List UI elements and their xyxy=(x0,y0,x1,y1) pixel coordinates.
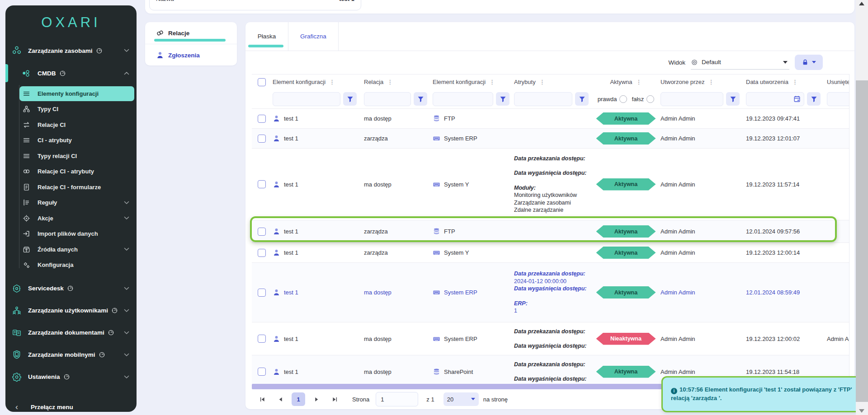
filter-funnel-button[interactable] xyxy=(414,92,427,106)
lock-view-button[interactable] xyxy=(795,55,823,70)
sidebar-item-źródła-danych[interactable]: Źródła danych xyxy=(5,242,137,257)
select-all-checkbox[interactable] xyxy=(258,78,266,86)
table-row[interactable]: test 1ma dostępSystem ERPData przekazani… xyxy=(252,322,849,355)
person-icon xyxy=(156,51,164,59)
panel-item-relacje[interactable]: Relacje xyxy=(145,22,237,44)
column-menu-icon[interactable]: ⋮ xyxy=(636,79,642,85)
table-row[interactable]: test 1ma dostępFTPAktywnaAdmin Admin19.1… xyxy=(252,109,849,129)
table-row[interactable]: test 1zarządzaSystem YAktywnaAdmin Admin… xyxy=(252,243,849,263)
row-checkbox[interactable] xyxy=(258,135,266,143)
chevron-down-icon[interactable] xyxy=(124,375,129,379)
row-checkbox[interactable] xyxy=(258,115,266,123)
filter-input[interactable] xyxy=(827,92,849,106)
sidebar-item-typy-relacji-ci[interactable]: Typy relacji CI xyxy=(5,148,137,164)
column-header[interactable]: Aktywna⋮ xyxy=(593,75,659,89)
row-checkbox[interactable] xyxy=(258,289,266,297)
column-menu-icon[interactable]: ⋮ xyxy=(792,79,798,85)
scroll-down-arrow[interactable] xyxy=(859,409,864,413)
sidebar-item-relacje-ci-atrybuty[interactable]: Relacje CI - atrybuty xyxy=(5,164,137,180)
column-header[interactable]: Utworzone przez⋮ xyxy=(659,75,744,89)
last-page-button[interactable] xyxy=(328,392,341,406)
filter-funnel-button[interactable] xyxy=(343,92,357,106)
table-row[interactable]: test 1ma dostępSystem YData przekazania … xyxy=(252,149,849,220)
chevron-down-icon xyxy=(471,398,475,401)
scroll-up-arrow[interactable] xyxy=(859,2,864,5)
chevron-down-icon[interactable] xyxy=(124,331,129,335)
table-row[interactable]: test 1zarządzaSystem ERPAktywnaAdmin Adm… xyxy=(252,129,849,149)
chevron-down-icon[interactable] xyxy=(124,247,129,251)
row-checkbox[interactable] xyxy=(258,249,266,257)
column-header[interactable]: Element konfiguracji⋮ xyxy=(272,75,361,89)
sidebar-item-ci-atrybuty[interactable]: CI - atrybuty xyxy=(5,133,137,149)
column-header[interactable]: Atrybuty⋮ xyxy=(514,75,593,89)
sidebar-item-zarządzanie-dokumentami[interactable]: Zarządzanie dokumentami xyxy=(5,322,137,344)
column-header[interactable]: Data utworzenia⋮ xyxy=(744,75,825,89)
next-page-button[interactable] xyxy=(310,392,323,406)
column-header[interactable]: Usunięte⋮ xyxy=(825,75,849,89)
vertical-scrollbar[interactable] xyxy=(856,0,868,415)
filter-funnel-button[interactable] xyxy=(496,92,509,106)
chevron-down-icon[interactable] xyxy=(124,309,129,312)
row-checkbox[interactable] xyxy=(258,228,266,236)
column-menu-icon[interactable]: ⋮ xyxy=(539,79,545,85)
column-menu-icon[interactable]: ⋮ xyxy=(708,79,714,85)
sidebar-item-typy-ci[interactable]: Typy CI xyxy=(5,102,137,117)
name-field[interactable]: Nazwa test 1 xyxy=(149,0,361,10)
column-menu-icon[interactable]: ⋮ xyxy=(387,79,393,85)
filter-funnel-button[interactable] xyxy=(726,92,740,106)
column-menu-icon[interactable]: ⋮ xyxy=(329,79,335,85)
row-element-name: test 1 xyxy=(284,228,298,235)
panel-item-zgloszenia[interactable]: Zgłoszenia xyxy=(145,44,237,66)
calendar-icon[interactable] xyxy=(793,95,801,103)
row-checkbox[interactable] xyxy=(258,335,266,343)
sidebar-item-relacje-ci-formularze[interactable]: Relacje CI - formularze xyxy=(5,179,137,195)
sidebar-item-akcje[interactable]: Akcje xyxy=(5,210,137,226)
row-checkbox[interactable] xyxy=(258,180,266,188)
scrollbar-thumb[interactable] xyxy=(856,80,868,402)
filter-input[interactable] xyxy=(514,92,572,106)
chevron-down-icon[interactable] xyxy=(124,287,129,290)
chevron-down-icon[interactable] xyxy=(124,49,129,52)
filter-input[interactable] xyxy=(364,92,411,106)
view-select-dropdown[interactable]: Default xyxy=(691,56,789,70)
sidebar-item-servicedesk[interactable]: Servicedesk xyxy=(5,277,137,299)
filter-input[interactable] xyxy=(660,92,723,106)
chevron-down-icon[interactable] xyxy=(124,216,129,220)
sidebar-item-konfiguracja[interactable]: Konfiguracja xyxy=(5,257,137,273)
per-page-select[interactable]: 20 xyxy=(443,392,479,406)
filter-input[interactable] xyxy=(433,92,493,106)
sidebar-item-relacje-ci[interactable]: Relacje CI xyxy=(5,117,137,133)
table-row-highlighted[interactable]: test 1zarządzaFTPAktywnaAdmin Admin12.01… xyxy=(252,220,849,243)
tab-graficzna[interactable]: Graficzna xyxy=(288,22,339,51)
table-row[interactable]: test 1ma dostępSystem ERPData przekazani… xyxy=(252,263,849,322)
chevron-up-icon[interactable] xyxy=(124,71,129,75)
row-created-by: Admin Admin xyxy=(660,336,695,342)
notification-toast[interactable]: i10:57:56 Element konfiguracji 'test 1' … xyxy=(661,376,868,412)
sidebar-toggle-menu[interactable]: ‹ Przełącz menu xyxy=(5,398,137,412)
first-page-button[interactable] xyxy=(255,392,269,406)
chevron-down-icon[interactable] xyxy=(124,201,129,205)
sidebar-item-zarządzanie-mobilnymi[interactable]: Zarządzanie mobilnymi xyxy=(5,344,137,366)
sidebar-item-reguły[interactable]: Reguły xyxy=(5,195,137,211)
radio-true[interactable] xyxy=(619,95,627,103)
sidebar-item-elementy-konfiguracji[interactable]: Elementy konfiguracji xyxy=(5,86,137,102)
chevron-down-icon[interactable] xyxy=(124,353,129,357)
filter-input[interactable] xyxy=(273,92,340,106)
page-number-input[interactable]: 1 xyxy=(376,392,418,406)
column-header[interactable]: Element konfiguracji⋮ xyxy=(432,75,514,89)
page-number-button[interactable]: 1 xyxy=(292,392,305,406)
row-checkbox[interactable] xyxy=(258,368,266,376)
column-menu-icon[interactable]: ⋮ xyxy=(489,79,495,85)
hexes-icon xyxy=(12,46,22,56)
sidebar-item-ustawienia[interactable]: Ustawienia xyxy=(5,366,137,388)
sidebar-item-zarządzanie-użytkownikami[interactable]: Zarządzanie użytkownikami xyxy=(5,299,137,322)
tab-plaska[interactable]: Płaska xyxy=(245,22,288,51)
sidebar-item-cmdb[interactable]: CMDB xyxy=(5,61,137,85)
filter-funnel-button[interactable] xyxy=(575,92,589,106)
filter-funnel-button[interactable] xyxy=(807,92,821,106)
column-header[interactable]: Relacja⋮ xyxy=(361,75,432,89)
sidebar-item-zarz-dzanie-zasobami[interactable]: Zarządzanie zasobami xyxy=(5,40,137,61)
radio-false[interactable] xyxy=(646,95,654,103)
previous-page-button[interactable] xyxy=(274,392,287,406)
sidebar-item-import-plików-danych[interactable]: Import plików danych xyxy=(5,226,137,242)
